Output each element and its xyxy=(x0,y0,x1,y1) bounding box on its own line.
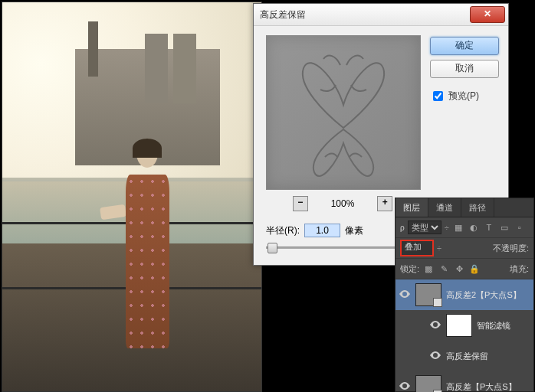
visibility-icon[interactable] xyxy=(429,351,441,361)
lock-pixels-icon[interactable]: ▩ xyxy=(422,263,435,275)
filter-image-icon[interactable]: ▦ xyxy=(452,221,464,234)
dialog-titlebar[interactable]: 高反差保留 ✕ xyxy=(254,4,508,26)
photo-tower xyxy=(145,34,168,103)
layer-thumbnail[interactable] xyxy=(415,283,441,306)
filter-text-icon[interactable]: T xyxy=(483,221,495,234)
cancel-button[interactable]: 取消 xyxy=(430,60,499,78)
layer-name[interactable]: 高反差保留 xyxy=(446,351,530,362)
radius-input[interactable] xyxy=(304,224,340,237)
lock-move-icon[interactable]: ✥ xyxy=(453,263,465,275)
visibility-icon[interactable] xyxy=(399,382,411,391)
photo-tower xyxy=(173,34,196,103)
preview-checkbox-label: 预览(P) xyxy=(448,90,479,103)
lock-brush-icon[interactable]: ✎ xyxy=(438,263,450,275)
ok-button[interactable]: 确定 xyxy=(430,37,499,55)
layer-thumbnail[interactable] xyxy=(415,375,441,392)
radius-label: 半径(R): xyxy=(266,224,300,237)
visibility-icon[interactable] xyxy=(399,290,411,299)
zoom-in-button[interactable]: + xyxy=(377,196,392,211)
close-icon[interactable]: ✕ xyxy=(470,6,505,23)
dialog-title: 高反差保留 xyxy=(257,8,470,21)
layer-name[interactable]: 智能滤镜 xyxy=(477,320,530,332)
canvas-photo xyxy=(2,2,262,392)
tab-paths[interactable]: 路径 xyxy=(461,198,494,217)
layer-thumbnail[interactable] xyxy=(446,314,472,337)
preview-checkbox[interactable] xyxy=(433,91,443,101)
radius-unit: 像素 xyxy=(345,224,363,237)
layer-row[interactable]: 高反差【P大点S】 xyxy=(396,371,533,392)
filter-adjust-icon[interactable]: ◐ xyxy=(468,221,480,234)
fill-label: 填充: xyxy=(510,263,529,275)
zoom-level: 100% xyxy=(331,198,355,209)
opacity-label: 不透明度: xyxy=(493,243,529,254)
layer-row[interactable]: 高反差保留 xyxy=(396,341,533,371)
photo-spire xyxy=(88,21,99,76)
lock-all-icon[interactable]: 🔒 xyxy=(468,263,481,275)
visibility-icon[interactable] xyxy=(429,321,441,330)
layers-panel: 图层 通道 路径 ρ 类型 ÷ ▦ ◐ T ▭ ▫ 叠加 ÷ 不透明度: 锁定:… xyxy=(395,198,534,392)
filter-kind-select[interactable]: 类型 xyxy=(408,220,441,234)
filter-preview[interactable] xyxy=(266,35,421,190)
layer-name[interactable]: 高反差【P大点S】 xyxy=(446,381,530,393)
filter-smart-icon[interactable]: ▫ xyxy=(514,221,526,234)
tab-layers[interactable]: 图层 xyxy=(396,198,428,217)
lock-label: 锁定: xyxy=(400,263,419,275)
blend-mode-select[interactable]: 叠加 xyxy=(400,240,434,256)
photo-figure xyxy=(111,139,184,380)
zoom-out-button[interactable]: − xyxy=(293,196,308,211)
preview-checkbox-row[interactable]: 预览(P) xyxy=(430,89,499,103)
tab-channels[interactable]: 通道 xyxy=(428,198,461,217)
filter-shape-icon[interactable]: ▭ xyxy=(498,221,510,234)
layer-row[interactable]: 智能滤镜 xyxy=(396,310,533,341)
layer-name[interactable]: 高反差2【P大点S】 xyxy=(446,289,530,301)
layer-row[interactable]: 高反差2【P大点S】 xyxy=(396,279,533,310)
